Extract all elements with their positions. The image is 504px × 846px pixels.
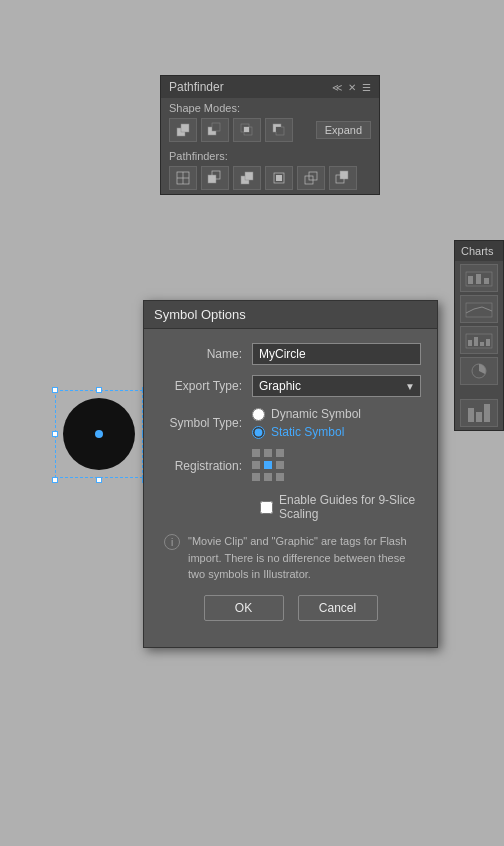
svg-rect-16	[245, 172, 253, 180]
dialog-buttons: OK Cancel	[160, 595, 421, 635]
svg-rect-35	[486, 339, 490, 346]
pathfinders-label: Pathfinders:	[161, 146, 379, 164]
dialog-body: Name: Export Type: Movie Clip Graphic ▼ …	[144, 329, 437, 647]
divide-icon[interactable]	[169, 166, 197, 190]
chart-type-4[interactable]	[460, 357, 498, 385]
cancel-button[interactable]: Cancel	[298, 595, 378, 621]
reg-dot-tl[interactable]	[252, 449, 260, 457]
symbol-type-radio-group: Dynamic Symbol Static Symbol	[252, 407, 421, 439]
pathfinder-panel: Pathfinder ≪ ✕ ☰ Shape Modes: Expand Pat…	[160, 75, 380, 195]
dynamic-symbol-radio[interactable]	[252, 408, 265, 421]
svg-rect-6	[244, 127, 249, 132]
intersect-icon[interactable]	[233, 118, 261, 142]
symbol-type-row: Symbol Type: Dynamic Symbol Static Symbo…	[160, 407, 421, 439]
export-type-select-wrapper: Movie Clip Graphic ▼	[252, 375, 421, 397]
reg-dot-bl[interactable]	[252, 473, 260, 481]
unite-icon[interactable]	[169, 118, 197, 142]
reg-dot-br[interactable]	[276, 473, 284, 481]
chart-type-2[interactable]	[460, 295, 498, 323]
reg-dot-tr[interactable]	[276, 449, 284, 457]
expand-button[interactable]: Expand	[316, 121, 371, 139]
exclude-icon[interactable]	[265, 118, 293, 142]
svg-rect-24	[468, 276, 473, 284]
slice-scaling-label: Enable Guides for 9-Slice Scaling	[279, 493, 421, 521]
minus-back-icon[interactable]	[329, 166, 357, 190]
circle-center-dot	[95, 430, 103, 438]
svg-rect-3	[212, 123, 220, 131]
merge-icon[interactable]	[233, 166, 261, 190]
export-type-label: Export Type:	[160, 379, 252, 393]
info-text: "Movie Clip" and "Graphic" are tags for …	[188, 533, 417, 583]
menu-icon[interactable]: ☰	[362, 82, 371, 93]
reg-dot-tm[interactable]	[264, 449, 272, 457]
svg-line-28	[466, 309, 474, 313]
svg-rect-1	[181, 124, 189, 132]
svg-rect-34	[480, 342, 484, 346]
pathfinder-title: Pathfinder	[169, 80, 224, 94]
crop-icon[interactable]	[265, 166, 293, 190]
svg-rect-26	[484, 278, 489, 284]
shape-modes-label: Shape Modes:	[161, 98, 379, 116]
name-label: Name:	[160, 347, 252, 361]
static-symbol-radio[interactable]	[252, 426, 265, 439]
shape-modes-row: Expand	[161, 116, 379, 146]
info-box: i "Movie Clip" and "Graphic" are tags fo…	[160, 533, 421, 595]
export-type-select[interactable]: Movie Clip Graphic	[252, 375, 421, 397]
trim-icon[interactable]	[201, 166, 229, 190]
registration-row: Registration:	[160, 449, 421, 483]
registration-label: Registration:	[160, 459, 252, 473]
info-icon: i	[164, 534, 180, 550]
reg-dot-mr[interactable]	[276, 461, 284, 469]
svg-line-30	[482, 307, 492, 311]
static-symbol-label: Static Symbol	[271, 425, 344, 439]
circle-shape[interactable]	[63, 398, 135, 470]
handle-bl[interactable]	[52, 477, 58, 483]
pathfinder-titlebar: Pathfinder ≪ ✕ ☰	[161, 76, 379, 98]
slice-scaling-checkbox[interactable]	[260, 501, 273, 514]
canvas-area	[55, 390, 145, 480]
charts-title: Charts	[455, 241, 503, 261]
svg-rect-32	[468, 340, 472, 346]
charts-panel: Charts	[454, 240, 504, 431]
svg-line-29	[474, 307, 482, 309]
handle-bm[interactable]	[96, 477, 102, 483]
chart-type-3[interactable]	[460, 326, 498, 354]
handle-tl[interactable]	[52, 387, 58, 393]
titlebar-controls: ≪ ✕ ☰	[332, 82, 371, 93]
registration-grid	[252, 449, 286, 483]
chart-type-1[interactable]	[460, 264, 498, 292]
ok-button[interactable]: OK	[204, 595, 284, 621]
symbol-type-label: Symbol Type:	[160, 416, 252, 430]
reg-dot-center[interactable]	[264, 461, 272, 469]
static-symbol-option[interactable]: Static Symbol	[252, 425, 421, 439]
svg-rect-33	[474, 337, 478, 346]
name-row: Name:	[160, 343, 421, 365]
dialog-titlebar: Symbol Options	[144, 301, 437, 329]
slice-scaling-row: Enable Guides for 9-Slice Scaling	[260, 493, 421, 521]
symbol-options-dialog: Symbol Options Name: Export Type: Movie …	[143, 300, 438, 648]
handle-tm[interactable]	[96, 387, 102, 393]
chart-type-bar-horiz[interactable]	[460, 399, 498, 427]
svg-rect-27	[466, 303, 492, 317]
reg-dot-ml[interactable]	[252, 461, 260, 469]
outline-icon[interactable]	[297, 166, 325, 190]
svg-rect-25	[476, 274, 481, 284]
pathfinders-row	[161, 164, 379, 194]
export-type-row: Export Type: Movie Clip Graphic ▼	[160, 375, 421, 397]
reg-dot-bm[interactable]	[264, 473, 272, 481]
collapse-icon[interactable]: ≪	[332, 82, 342, 93]
dynamic-symbol-label: Dynamic Symbol	[271, 407, 361, 421]
name-input[interactable]	[252, 343, 421, 365]
svg-rect-18	[276, 175, 282, 181]
svg-rect-9	[276, 127, 281, 132]
dynamic-symbol-option[interactable]: Dynamic Symbol	[252, 407, 421, 421]
minus-front-icon[interactable]	[201, 118, 229, 142]
close-icon[interactable]: ✕	[348, 82, 356, 93]
handle-ml[interactable]	[52, 431, 58, 437]
